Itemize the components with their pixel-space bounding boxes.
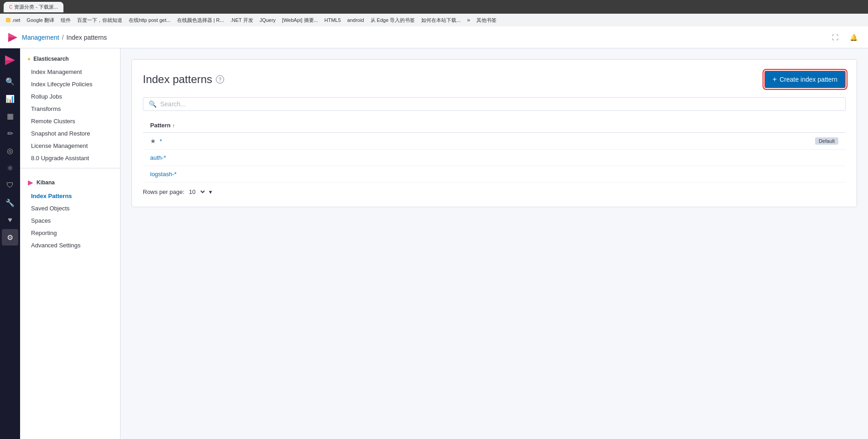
app-header: Management / Index patterns ⛶ 🔔: [0, 26, 868, 48]
sidebar-item-reporting[interactable]: Reporting: [20, 227, 120, 239]
nav-dashboard[interactable]: ▦: [2, 108, 18, 124]
browser-tab[interactable]: C 资源分类 - 下载派...: [4, 2, 63, 12]
bookmark-download[interactable]: 如何在本站下载...: [419, 16, 463, 25]
bookmark-jquery[interactable]: JQuery: [257, 16, 278, 24]
notifications-icon[interactable]: 🔔: [846, 30, 861, 45]
bookmark-components[interactable]: 组件: [58, 16, 73, 25]
sidebar-item-upgrade-assistant[interactable]: 8.0 Upgrade Assistant: [20, 152, 120, 164]
star-icon: ★: [150, 137, 156, 145]
nav-logo[interactable]: [2, 52, 18, 68]
nav-discover[interactable]: 🔍: [2, 73, 18, 89]
bookmark-baidu[interactable]: 百度一下，你就知道: [75, 16, 125, 25]
sidebar-item-snapshot-restore[interactable]: Snapshot and Restore: [20, 127, 120, 140]
search-wrap: 🔍: [143, 97, 846, 111]
sidebar-item-index-patterns[interactable]: Index Patterns: [20, 190, 120, 202]
bookmark-more[interactable]: »: [465, 16, 473, 24]
table-row[interactable]: logstash-*: [143, 166, 846, 183]
page-title: Index patterns ?: [143, 73, 224, 86]
fullscreen-icon[interactable]: ⛶: [828, 30, 842, 45]
bookmark-webapi[interactable]: [WebApi] 摘要...: [280, 16, 320, 25]
svg-marker-1: [8, 37, 17, 42]
bookmark-html5[interactable]: HTML5: [322, 16, 343, 24]
sidebar-item-index-lifecycle[interactable]: Index Lifecycle Policies: [20, 78, 120, 90]
bookmark-color-picker[interactable]: 在线颜色选择器 | R...: [175, 16, 226, 25]
bookmark-dotnet[interactable]: .NET 开发: [228, 16, 256, 25]
nav-ml[interactable]: ⚛: [2, 160, 18, 176]
page-title-row: Index patterns ? + Create index pattern: [143, 71, 846, 88]
search-input[interactable]: [160, 100, 840, 108]
tab-favicon: C: [9, 5, 12, 10]
main-content: Index patterns ? + Create index pattern …: [120, 48, 868, 439]
bookmark-other[interactable]: 其他书签: [474, 16, 499, 25]
sidebar-item-license-management[interactable]: License Management: [20, 140, 120, 152]
nav-monitoring[interactable]: ♥: [2, 212, 18, 228]
app-container: 🔍 📊 ▦ ✏ ◎ ⚛ 🛡 🔧 ♥ ⚙ ● Elasticsearch Inde…: [0, 48, 868, 439]
breadcrumb-separator: /: [62, 34, 64, 41]
content-card: Index patterns ? + Create index pattern …: [131, 59, 857, 207]
sidebar-item-saved-objects[interactable]: Saved Objects: [20, 202, 120, 214]
left-nav: 🔍 📊 ▦ ✏ ◎ ⚛ 🛡 🔧 ♥ ⚙: [0, 48, 20, 439]
sidebar-item-rollup-jobs[interactable]: Rollup Jobs: [20, 90, 120, 103]
nav-visualize[interactable]: 📊: [2, 90, 18, 107]
sidebar-item-advanced-settings[interactable]: Advanced Settings: [20, 239, 120, 251]
bookmark-edge-import[interactable]: 从 Edge 导入的书签: [368, 16, 418, 25]
elasticsearch-icon: ●: [27, 56, 31, 62]
tab-title: 资源分类 - 下载派...: [14, 4, 58, 10]
nav-management[interactable]: ⚙: [2, 229, 18, 246]
pattern-link-auth[interactable]: auth-*: [150, 154, 838, 161]
pattern-link-wildcard[interactable]: *: [160, 138, 811, 145]
svg-marker-3: [5, 60, 15, 65]
bookmark-android[interactable]: android: [345, 16, 366, 24]
elasticsearch-section-title: ● Elasticsearch: [20, 48, 120, 66]
kibana-logo: [7, 32, 18, 43]
sidebar-divider: [20, 168, 120, 168]
pattern-link-logstash[interactable]: logstash-*: [150, 171, 838, 178]
breadcrumb-management[interactable]: Management: [22, 34, 59, 41]
search-icon: 🔍: [149, 100, 157, 108]
sidebar: ● Elasticsearch Index Management Index L…: [20, 48, 120, 439]
table-header: Pattern ↑: [143, 118, 846, 133]
chevron-down-icon: ▾: [209, 188, 212, 195]
header-right: ⛶ 🔔: [828, 30, 861, 45]
bookmark-http[interactable]: 在线http post get...: [126, 16, 173, 25]
sidebar-item-remote-clusters[interactable]: Remote Clusters: [20, 115, 120, 127]
bookmark-google-translate[interactable]: Google 翻译: [24, 16, 57, 25]
nav-devtools[interactable]: 🔧: [2, 194, 18, 211]
default-badge: Default: [815, 137, 838, 145]
sidebar-item-index-management[interactable]: Index Management: [20, 66, 120, 78]
search-row: 🔍: [143, 97, 846, 111]
rows-per-page: Rows per page: 10 25 50 100 ▾: [143, 183, 846, 196]
help-icon[interactable]: ?: [216, 75, 224, 84]
table-row[interactable]: auth-*: [143, 150, 846, 166]
bookmarks-bar: .net Google 翻译 组件 百度一下，你就知道 在线http post …: [0, 14, 868, 26]
pattern-column-header[interactable]: Pattern ↑: [150, 122, 838, 129]
kibana-section-title: Kibana: [20, 172, 120, 190]
svg-marker-4: [28, 180, 33, 186]
sort-icon: ↑: [173, 123, 175, 128]
breadcrumb: Management / Index patterns: [22, 34, 107, 41]
nav-security[interactable]: 🛡: [2, 177, 18, 193]
browser-bar: C 资源分类 - 下载派...: [0, 0, 868, 14]
bookmark-net[interactable]: .net: [4, 16, 22, 24]
kibana-logo-svg: [7, 32, 18, 43]
breadcrumb-current: Index patterns: [67, 34, 107, 41]
sidebar-item-spaces[interactable]: Spaces: [20, 214, 120, 227]
plus-icon: +: [773, 75, 777, 84]
kibana-section-icon: [27, 179, 34, 186]
nav-canvas[interactable]: ✏: [2, 125, 18, 141]
sidebar-item-transforms[interactable]: Transforms: [20, 103, 120, 115]
table-row[interactable]: ★ * Default: [143, 133, 846, 150]
create-index-pattern-button[interactable]: + Create index pattern: [764, 71, 846, 88]
rows-per-page-select[interactable]: 10 25 50 100: [187, 188, 206, 196]
nav-maps[interactable]: ◎: [2, 142, 18, 159]
